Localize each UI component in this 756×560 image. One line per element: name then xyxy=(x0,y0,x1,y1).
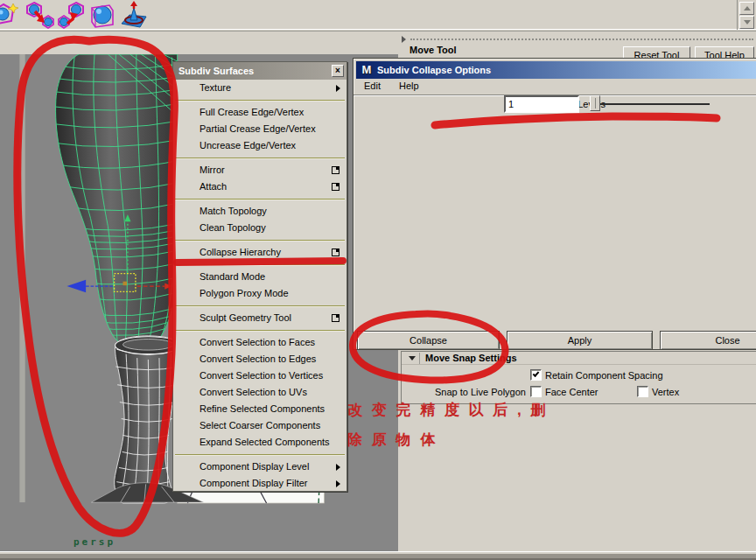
option-box-icon[interactable] xyxy=(332,248,340,256)
header-divider xyxy=(419,353,420,364)
subdiv-cage-icon-art xyxy=(88,1,117,29)
menu-item-component-display-level[interactable]: Component Display Level xyxy=(173,458,346,475)
subdiv-crease-icon-art xyxy=(0,1,18,29)
menu-title-bar[interactable]: Subdiv Surfaces × xyxy=(173,62,346,80)
subdiv-collapse-level-icon-art xyxy=(24,1,54,29)
menu-separator xyxy=(173,96,346,104)
sculpt-geometry-icon-art xyxy=(119,1,149,29)
shelf-scroll-up-button[interactable] xyxy=(739,2,754,15)
menu-item-select-coarser[interactable]: Select Coarser Components xyxy=(173,417,346,434)
menu-separator xyxy=(173,302,346,310)
bottom-bar-dark xyxy=(0,554,756,560)
subdiv-leg-model xyxy=(51,54,181,349)
menu-item-mirror[interactable]: Mirror xyxy=(173,162,346,178)
collapse-triangle-icon xyxy=(409,356,416,360)
menu-item-partial-crease[interactable]: Partial Crease Edge/Vertex xyxy=(173,121,346,137)
apply-button[interactable]: Apply xyxy=(507,331,653,350)
snap-to-live-polygon-label: Snap to Live Polygon xyxy=(435,387,526,397)
menu-item-sculpt-geometry-tool[interactable]: Sculpt Geometry Tool xyxy=(173,310,346,326)
retain-component-spacing-label: Retain Component Spacing xyxy=(545,370,663,381)
option-box-icon[interactable] xyxy=(332,183,340,191)
vertex-label: Vertex xyxy=(652,387,679,397)
menu-item-polygon-proxy-mode[interactable]: Polygon Proxy Mode xyxy=(173,285,346,302)
menu-item-convert-to-vertices[interactable]: Convert Selection to Vertices xyxy=(173,368,346,384)
arrow-down-icon xyxy=(744,20,751,24)
dialog-menubar: Edit Help xyxy=(356,79,756,94)
snap-settings-title: Move Snap Settings xyxy=(425,353,517,363)
subdiv-collapse-options-dialog: M Subdiv Collapse Options Edit Help Numb… xyxy=(353,58,756,350)
dialog-title: Subdiv Collapse Options xyxy=(377,65,491,75)
face-center-label: Face Center xyxy=(545,387,598,397)
menu-separator xyxy=(173,195,346,203)
menu-title: Subdiv Surfaces xyxy=(178,66,254,76)
option-box-icon[interactable] xyxy=(332,314,340,322)
retain-component-spacing-checkbox[interactable] xyxy=(530,369,542,381)
snap-settings-header[interactable]: Move Snap Settings xyxy=(402,352,756,365)
submenu-arrow-icon xyxy=(336,464,340,471)
levels-slider-handle[interactable] xyxy=(590,95,600,111)
panel-grip[interactable] xyxy=(410,38,753,40)
subdiv-refine-level-icon-art xyxy=(56,1,86,29)
menu-separator xyxy=(173,326,346,334)
menu-separator xyxy=(173,236,346,244)
option-box-icon[interactable] xyxy=(332,166,340,174)
levels-slider-track[interactable] xyxy=(593,103,710,105)
close-icon[interactable]: × xyxy=(332,65,344,77)
menu-item-refine-selected[interactable]: Refine Selected Components xyxy=(173,401,346,417)
menu-item-clean-topology[interactable]: Clean Topology xyxy=(173,220,346,236)
shelf-divider xyxy=(737,0,738,30)
menu-item-standard-mode[interactable]: Standard Mode xyxy=(173,269,346,285)
menu-separator xyxy=(173,154,346,162)
panel-collapse-arrow-icon[interactable] xyxy=(402,36,406,43)
menu-edit[interactable]: Edit xyxy=(356,79,388,93)
menu-item-expand-selected[interactable]: Expand Selected Components xyxy=(173,434,346,451)
menu-item-convert-to-edges[interactable]: Convert Selection to Edges xyxy=(173,351,346,368)
dialog-title-bar[interactable]: M Subdiv Collapse Options xyxy=(356,61,756,79)
menu-item-full-crease[interactable]: Full Crease Edge/Vertex xyxy=(173,104,346,121)
vertex-checkbox[interactable] xyxy=(637,386,648,397)
subdiv-collapse-level-icon[interactable] xyxy=(24,1,54,29)
subdiv-surfaces-menu: Subdiv Surfaces × Texture Full Crease Ed… xyxy=(172,61,347,492)
subdiv-cage-icon[interactable] xyxy=(88,1,117,29)
shelf-scroll-down-button[interactable] xyxy=(739,16,754,29)
shelf-toolbar xyxy=(0,0,756,30)
menu-help[interactable]: Help xyxy=(391,79,427,93)
menu-item-match-topology[interactable]: Match Topology xyxy=(173,203,346,220)
menu-item-collapse-hierarchy[interactable]: Collapse Hierarchy xyxy=(173,244,346,261)
subdiv-crease-icon[interactable] xyxy=(0,1,18,29)
menu-separator xyxy=(173,451,346,458)
face-center-checkbox[interactable] xyxy=(530,386,542,397)
menu-item-convert-to-faces[interactable]: Convert Selection to Faces xyxy=(173,334,346,351)
checkmark-icon xyxy=(533,370,540,377)
camera-label: persp xyxy=(74,536,116,548)
submenu-arrow-icon xyxy=(336,480,340,487)
close-button[interactable]: Close xyxy=(660,331,756,350)
menu-item-convert-to-uvs[interactable]: Convert Selection to UVs xyxy=(173,384,346,401)
menu-item-texture[interactable]: Texture xyxy=(173,80,346,96)
menu-separator xyxy=(173,261,346,269)
menu-item-attach[interactable]: Attach xyxy=(173,178,346,195)
submenu-arrow-icon xyxy=(336,85,340,92)
arrow-up-icon xyxy=(744,6,751,10)
collapse-button[interactable]: Collapse xyxy=(357,331,500,350)
tool-name-label: Move Tool xyxy=(410,45,457,55)
maya-logo-icon: M xyxy=(360,63,374,77)
menu-item-component-display-filter[interactable]: Component Display Filter xyxy=(173,475,346,492)
menu-item-uncrease[interactable]: Uncrease Edge/Vertex xyxy=(173,137,346,154)
subdiv-refine-level-icon[interactable] xyxy=(56,1,86,29)
move-snap-settings-panel: Move Snap Settings Retain Component Spac… xyxy=(401,351,756,404)
sculpt-geometry-icon[interactable] xyxy=(119,1,149,29)
number-of-levels-input[interactable] xyxy=(504,95,579,113)
